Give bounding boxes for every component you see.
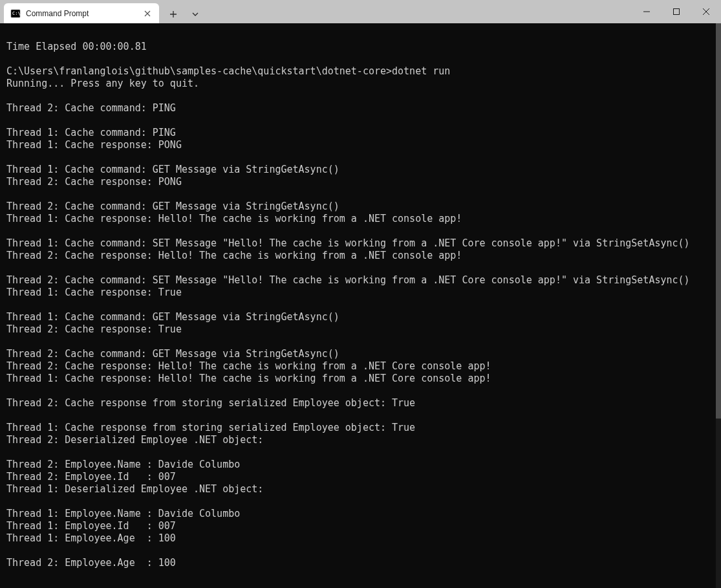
cmd-icon: C:\ — [10, 8, 21, 19]
close-button[interactable] — [691, 0, 721, 23]
titlebar: C:\ Command Prompt — [0, 0, 721, 23]
svg-text:C:\: C:\ — [12, 11, 21, 16]
terminal-output: Time Elapsed 00:00:00.81 C:\Users\franla… — [6, 28, 715, 569]
maximize-button[interactable] — [662, 0, 691, 23]
tabs-area: C:\ Command Prompt — [0, 0, 210, 23]
window-controls — [632, 0, 721, 23]
tab-actions — [159, 5, 210, 23]
scrollbar-track[interactable] — [716, 23, 721, 588]
tab-command-prompt[interactable]: C:\ Command Prompt — [4, 3, 159, 23]
terminal[interactable]: Time Elapsed 00:00:00.81 C:\Users\franla… — [0, 23, 721, 588]
new-tab-button[interactable] — [164, 5, 182, 23]
tab-dropdown-button[interactable] — [186, 5, 204, 23]
svg-rect-2 — [674, 9, 680, 15]
tab-title: Command Prompt — [26, 9, 137, 18]
minimize-button[interactable] — [632, 0, 662, 23]
tab-close-button[interactable] — [142, 8, 153, 19]
scrollbar-thumb[interactable] — [716, 23, 721, 419]
